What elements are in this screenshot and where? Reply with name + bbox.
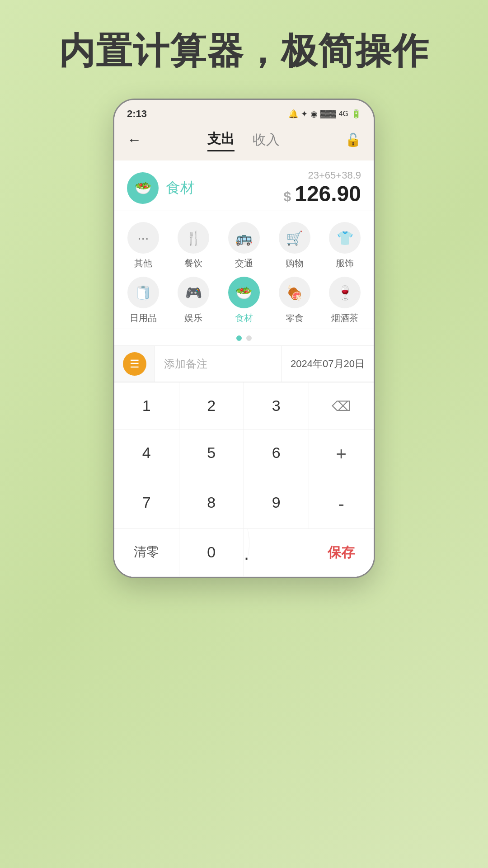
calc-row-2: 789- bbox=[114, 479, 374, 529]
battery-icon: 🔋 bbox=[351, 109, 361, 119]
calc-key-[interactable]: 保存 bbox=[309, 529, 374, 576]
category-item-entertainment[interactable]: 🎮娱乐 bbox=[172, 277, 216, 324]
calc-key-[interactable]: . bbox=[244, 529, 249, 558]
4g-icon: 4G bbox=[339, 110, 348, 118]
alarm-icon: 🔔 bbox=[288, 109, 298, 119]
bluetooth-icon: ✦ bbox=[301, 109, 308, 119]
category-item-snack[interactable]: 🍖零食 bbox=[273, 277, 316, 324]
calc-key-[interactable]: ⌫ bbox=[309, 382, 374, 429]
selected-category-name: 食材 bbox=[166, 178, 195, 198]
signal-icon: ▓▓▓ bbox=[320, 110, 336, 118]
category-icon-other: ··· bbox=[127, 222, 159, 254]
category-left: 🥗 食材 bbox=[127, 172, 195, 204]
category-label-restaurant: 餐饮 bbox=[184, 257, 202, 269]
currency-symbol: $ bbox=[284, 189, 291, 204]
category-label-snack: 零食 bbox=[286, 312, 304, 324]
category-label-shopping: 购物 bbox=[286, 257, 304, 269]
back-button[interactable]: ← bbox=[127, 132, 141, 148]
tab-expense[interactable]: 支出 bbox=[207, 128, 235, 151]
category-item-clothing[interactable]: 👕服饰 bbox=[323, 222, 366, 269]
calc-key-9[interactable]: 9 bbox=[244, 479, 309, 528]
category-label-transport: 交通 bbox=[235, 257, 253, 269]
calc-key-4[interactable]: 4 bbox=[114, 429, 179, 479]
category-item-drinks[interactable]: 🍷烟酒茶 bbox=[323, 277, 366, 324]
date-display[interactable]: 2024年07月20日 bbox=[282, 346, 374, 382]
category-item-daily[interactable]: 🧻日用品 bbox=[122, 277, 165, 324]
category-label-daily: 日用品 bbox=[130, 312, 157, 324]
calc-row-0: 123⌫ bbox=[114, 382, 374, 429]
calc-row-1: 456+ bbox=[114, 429, 374, 479]
wifi-icon: ◉ bbox=[310, 109, 318, 119]
calc-key-1[interactable]: 1 bbox=[114, 382, 179, 429]
status-time: 2:13 bbox=[127, 108, 147, 120]
calc-key-[interactable]: - bbox=[309, 479, 374, 528]
category-label-entertainment: 娱乐 bbox=[184, 312, 202, 324]
category-icon-snack: 🍖 bbox=[279, 277, 310, 308]
calc-key-6[interactable]: 6 bbox=[244, 429, 309, 479]
calculator: 123⌫456+789-清零0.保存 bbox=[114, 382, 374, 577]
category-icon-clothing: 👕 bbox=[329, 222, 361, 254]
page-title: 内置计算器，极简操作 bbox=[59, 27, 429, 76]
calc-key-2[interactable]: 2 bbox=[179, 382, 244, 429]
header: ← 支出 收入 🔓 bbox=[114, 123, 374, 160]
category-grid: ···其他🍴餐饮🚌交通🛒购物👕服饰🧻日用品🎮娱乐🥗食材🍖零食🍷烟酒茶 bbox=[114, 211, 374, 329]
category-icon-entertainment: 🎮 bbox=[178, 277, 209, 308]
calc-key-[interactable]: 清零 bbox=[114, 529, 179, 576]
header-tabs: 支出 收入 bbox=[141, 128, 345, 151]
amount-right: 23+65+38.9 $126.90 bbox=[284, 170, 361, 206]
calc-expression: 23+65+38.9 bbox=[284, 170, 361, 181]
category-item-restaurant[interactable]: 🍴餐饮 bbox=[172, 222, 216, 269]
category-item-shopping[interactable]: 🛒购物 bbox=[273, 222, 316, 269]
category-label-other: 其他 bbox=[134, 257, 152, 269]
calc-key-0[interactable]: 0 bbox=[179, 529, 244, 576]
delete-icon: ⌫ bbox=[332, 399, 351, 414]
category-icon-restaurant: 🍴 bbox=[178, 222, 209, 254]
calc-key-5[interactable]: 5 bbox=[179, 429, 244, 479]
status-bar: 2:13 🔔 ✦ ◉ ▓▓▓ 4G 🔋 bbox=[114, 100, 374, 123]
category-item-other[interactable]: ···其他 bbox=[122, 222, 165, 269]
content-area: 🥗 食材 23+65+38.9 $126.90 ···其他🍴餐饮🚌交通🛒购物👕服… bbox=[114, 160, 374, 577]
calc-row-3: 清零0.保存 bbox=[114, 529, 374, 577]
calc-key-[interactable]: + bbox=[309, 429, 374, 479]
category-item-transport[interactable]: 🚌交通 bbox=[222, 222, 266, 269]
note-date-section: ☰ 添加备注 2024年07月20日 bbox=[114, 346, 374, 382]
category-label-clothing: 服饰 bbox=[336, 257, 354, 269]
category-icon-large: 🥗 bbox=[127, 172, 159, 204]
status-icons: 🔔 ✦ ◉ ▓▓▓ 4G 🔋 bbox=[288, 109, 361, 119]
amount-display: $126.90 bbox=[284, 181, 361, 206]
calc-key-8[interactable]: 8 bbox=[179, 479, 244, 528]
note-icon: ☰ bbox=[123, 352, 146, 376]
amount-value: 126.90 bbox=[295, 182, 361, 206]
amount-section: 🥗 食材 23+65+38.9 $126.90 bbox=[114, 160, 374, 211]
phone-frame: 2:13 🔔 ✦ ◉ ▓▓▓ 4G 🔋 ← 支出 收入 🔓 🥗 食材 23+65… bbox=[113, 99, 375, 578]
dot-1 bbox=[236, 335, 242, 341]
dot-2 bbox=[246, 335, 252, 341]
calc-key-7[interactable]: 7 bbox=[114, 479, 179, 528]
tab-income[interactable]: 收入 bbox=[253, 129, 280, 151]
note-icon-wrap: ☰ bbox=[114, 346, 155, 382]
category-icon-transport: 🚌 bbox=[228, 222, 260, 254]
calc-key-3[interactable]: 3 bbox=[244, 382, 309, 429]
note-input[interactable]: 添加备注 bbox=[155, 346, 282, 382]
category-icon-daily: 🧻 bbox=[127, 277, 159, 308]
category-icon-food: 🥗 bbox=[228, 277, 260, 308]
category-label-drinks: 烟酒茶 bbox=[331, 312, 358, 324]
pagination-dots bbox=[114, 329, 374, 346]
category-icon-drinks: 🍷 bbox=[329, 277, 361, 308]
lock-icon[interactable]: 🔓 bbox=[345, 132, 361, 147]
category-icon-shopping: 🛒 bbox=[279, 222, 310, 254]
category-label-food: 食材 bbox=[235, 312, 253, 324]
category-item-food[interactable]: 🥗食材 bbox=[222, 277, 266, 324]
